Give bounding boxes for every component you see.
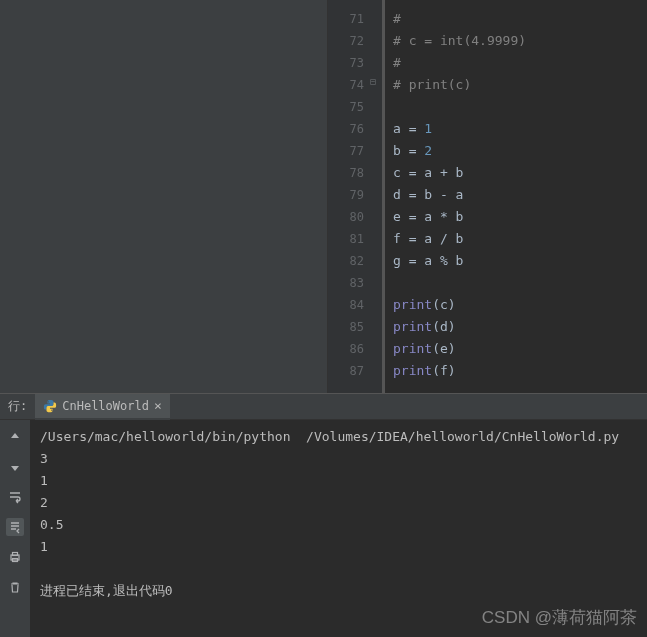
down-arrow-icon[interactable] [6,458,24,476]
line-number: 80 [328,206,382,228]
code-line: g = a % b [393,250,647,272]
scroll-to-end-icon[interactable] [6,518,24,536]
line-number: 84 [328,294,382,316]
python-file-icon [43,399,57,413]
soft-wrap-icon[interactable] [6,488,24,506]
code-line: f = a / b [393,228,647,250]
code-text: (c) [432,297,455,312]
function-call: print [393,297,432,312]
line-number: 78 [328,162,382,184]
comment: # c = int(4.9999) [393,33,526,48]
run-tool-column [0,420,30,637]
trash-icon[interactable] [6,578,24,596]
number-literal: 2 [424,143,432,158]
code-line [393,96,647,118]
code-text: b [393,143,401,158]
console-output[interactable]: /Users/mac/helloworld/bin/python /Volume… [30,420,647,637]
line-number-gutter: 71 72 73 74 75 76 77 78 79 80 81 82 83 8… [328,0,383,393]
line-number: 79 [328,184,382,206]
comment: # [393,11,409,26]
code-text: a [393,121,401,136]
run-tab-label: CnHelloWorld [62,399,149,413]
editor-area: 71 72 73 74 75 76 77 78 79 80 81 82 83 8… [0,0,647,393]
console-line: 2 [40,492,637,514]
line-number: 75 [328,96,382,118]
line-number: 72 [328,30,382,52]
console-line: 0.5 [40,514,637,536]
line-number: 71 [328,8,382,30]
console-command: /Users/mac/helloworld/bin/python /Volume… [40,426,637,448]
run-tool-window: 行: CnHelloWorld × /Users/mac/helloworld/… [0,393,647,637]
line-number: 82 [328,250,382,272]
project-sidebar[interactable] [0,0,328,393]
line-number: 76 [328,118,382,140]
code-line: e = a * b [393,206,647,228]
line-number: 77 [328,140,382,162]
code-text: (d) [432,319,455,334]
line-number: 81 [328,228,382,250]
process-exit-message: 进程已结束,退出代码0 [40,580,637,602]
console-line: 1 [40,536,637,558]
line-number: 87 [328,360,382,382]
code-text: = [401,121,424,136]
print-icon[interactable] [6,548,24,566]
code-line: c = a + b [393,162,647,184]
code-editor[interactable]: # # c = int(4.9999) # # print(c) a = 1 b… [383,0,647,393]
number-literal: 1 [424,121,432,136]
run-tab[interactable]: CnHelloWorld × [35,394,170,420]
line-number: 73 [328,52,382,74]
run-tab-bar: 行: CnHelloWorld × [0,394,647,420]
comment: # print(c) [393,77,471,92]
console-line: 3 [40,448,637,470]
code-line: d = b - a [393,184,647,206]
function-call: print [393,319,432,334]
run-panel-label: 行: [0,398,35,415]
fold-marker-icon[interactable]: ⊟ [370,76,380,86]
svg-rect-1 [13,553,18,556]
code-text: (e) [432,341,455,356]
comment: # [393,55,409,70]
console-line: 1 [40,470,637,492]
function-call: print [393,341,432,356]
line-number: 86 [328,338,382,360]
code-text: = [401,143,424,158]
line-number: 85 [328,316,382,338]
function-call: print [393,363,432,378]
line-number: 83 [328,272,382,294]
code-text: (f) [432,363,455,378]
code-line [393,272,647,294]
up-arrow-icon[interactable] [6,428,24,446]
close-icon[interactable]: × [154,398,162,413]
